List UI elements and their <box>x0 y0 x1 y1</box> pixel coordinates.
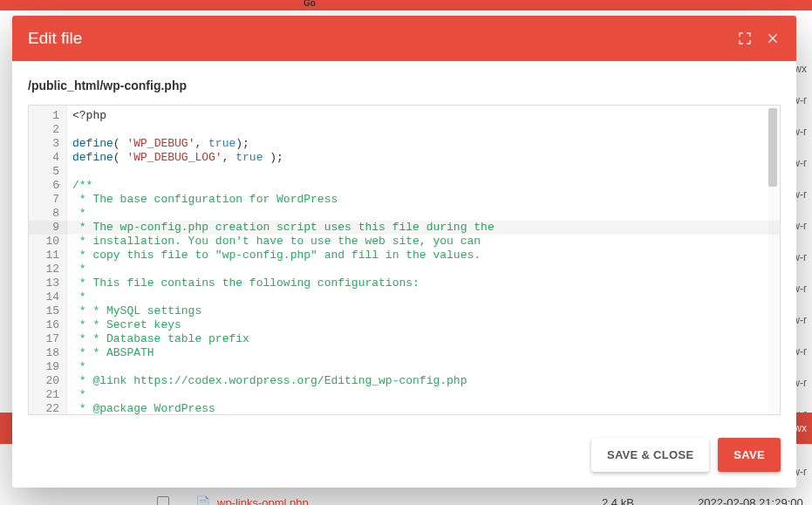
code-line[interactable] <box>72 123 774 137</box>
code-line[interactable]: * @link https://codex.wordpress.org/Edit… <box>72 374 774 388</box>
line-number: 6▾ <box>32 179 59 193</box>
scrollbar-thumb[interactable] <box>768 108 777 187</box>
line-number: 19 <box>32 360 59 374</box>
line-number: 7 <box>32 193 59 207</box>
code-line[interactable]: * * MySQL settings <box>72 304 774 318</box>
code-line[interactable]: * @package WordPress <box>72 402 774 414</box>
code-line[interactable]: define( 'WP_DEBUG', true); <box>72 137 774 151</box>
active-line-highlight <box>67 221 780 235</box>
line-number: 20 <box>32 374 59 388</box>
code-line[interactable]: * * ABSPATH <box>72 346 774 360</box>
save-button[interactable]: SAVE <box>718 438 781 472</box>
line-number: 5 <box>32 165 59 179</box>
scrollbar-track[interactable] <box>768 106 779 413</box>
code-line[interactable] <box>72 165 774 179</box>
fold-marker-icon[interactable]: ▾ <box>57 179 61 193</box>
line-gutter: 123456▾78910111213141516171819202122 <box>29 106 67 414</box>
line-number: 12 <box>32 263 59 276</box>
code-line[interactable]: define( 'WP_DEBUG_LOG', true ); <box>72 151 774 165</box>
code-editor[interactable]: 123456▾78910111213141516171819202122 <?p… <box>28 105 781 415</box>
line-number: 18 <box>32 346 59 360</box>
code-line[interactable]: <?php <box>72 109 774 123</box>
line-number: 13 <box>32 276 59 290</box>
line-number: 1 <box>32 109 59 123</box>
line-number: 2 <box>32 123 59 137</box>
line-number: 11 <box>32 249 59 263</box>
code-line[interactable]: * <box>72 388 774 402</box>
modal-header: Edit file <box>12 16 796 61</box>
code-line[interactable]: * * Database table prefix <box>72 332 774 346</box>
line-number: 10 <box>32 235 59 249</box>
close-icon[interactable] <box>765 31 781 46</box>
code-line[interactable]: * This file contains the following confi… <box>72 276 774 290</box>
line-number: 8 <box>32 207 59 221</box>
code-line[interactable]: /** <box>72 179 774 193</box>
code-line[interactable]: * <box>72 263 774 276</box>
edit-file-modal: Edit file /public_html/wp-config.php 123… <box>12 16 796 488</box>
file-path: /public_html/wp-config.php <box>28 78 781 92</box>
code-line[interactable]: * copy this file to "wp-config.php" and … <box>72 249 774 263</box>
modal-body: /public_html/wp-config.php 123456▾789101… <box>12 61 796 426</box>
modal-title: Edit file <box>28 29 82 48</box>
code-line[interactable]: * The base configuration for WordPress <box>72 193 774 207</box>
line-number: 17 <box>32 332 59 346</box>
code-line[interactable]: * installation. You don't have to use th… <box>72 235 774 249</box>
line-number: 3 <box>32 137 59 151</box>
line-number: 15 <box>32 304 59 318</box>
code-line[interactable]: * * Secret keys <box>72 318 774 332</box>
code-area[interactable]: <?php define( 'WP_DEBUG', true);define( … <box>67 106 780 414</box>
line-number: 21 <box>32 388 59 402</box>
code-line[interactable]: * <box>72 207 774 221</box>
fullscreen-icon[interactable] <box>737 31 753 46</box>
line-number: 16 <box>32 318 59 332</box>
modal-footer: SAVE & CLOSE SAVE <box>12 426 796 488</box>
code-line[interactable]: * <box>72 290 774 304</box>
line-number: 22 <box>32 402 59 415</box>
code-line[interactable]: * <box>72 360 774 374</box>
line-number: 4 <box>32 151 59 165</box>
line-number: 14 <box>32 290 59 304</box>
save-close-button[interactable]: SAVE & CLOSE <box>591 438 709 472</box>
line-number: 9 <box>32 221 59 235</box>
